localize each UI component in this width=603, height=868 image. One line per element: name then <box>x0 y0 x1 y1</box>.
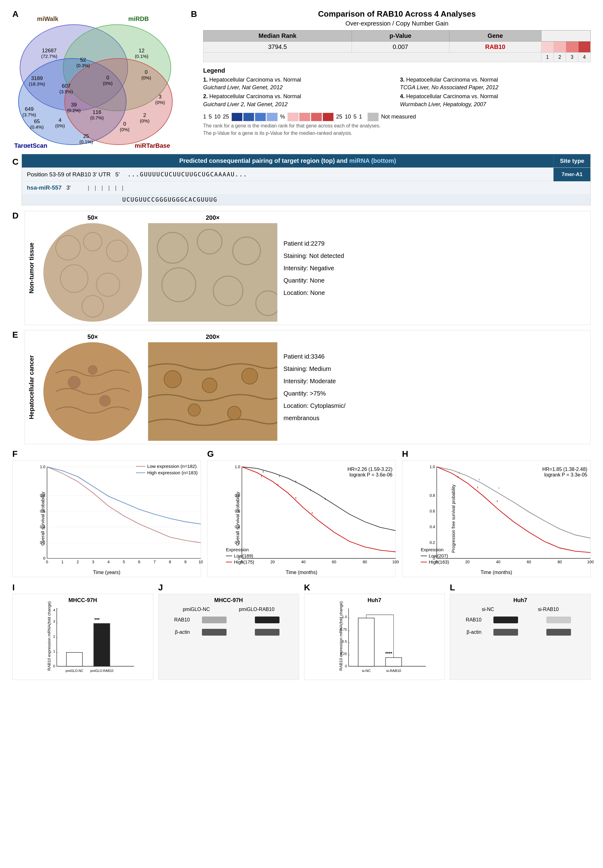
section-k-ylabel: RAB10 expression mRNA(fold change) <box>338 603 343 671</box>
legend-grid: 1. Hepatocellular Carcinoma vs. Normal G… <box>203 76 591 108</box>
cell-heatmap-label-2: 2 <box>554 53 566 62</box>
h-legend-high: High(163) <box>429 559 449 565</box>
section-l-lanes: si-NC si-RAB10 <box>460 607 581 612</box>
svg-text:(0.7%): (0.7%) <box>90 115 104 120</box>
scale-label-1: 1 <box>203 114 206 120</box>
scale-cell-b1 <box>232 113 243 121</box>
cell-heatmap-4 <box>578 42 591 53</box>
row2-vbars: | | | | | | <box>88 184 125 191</box>
svg-text:80: 80 <box>363 559 367 564</box>
section-h-graph: Progression free survival probability Ti… <box>402 460 591 577</box>
color-scale-row: 1 5 10 25 % <box>203 113 591 121</box>
svg-text:4: 4 <box>59 117 61 123</box>
section-i: I MHCC-97H RAB10 expression mRNA(fold ch… <box>12 583 153 680</box>
venn-diagram: 12687 (72.7%) 12 (0.1%) 3189 (18.3%) 52 … <box>12 12 179 148</box>
e-quantity: >75% <box>310 390 326 397</box>
bar-k-1 <box>358 618 374 666</box>
section-d-info: Patient id:2279 Staining: Not detected I… <box>283 237 344 299</box>
svg-rect-60 <box>43 342 142 441</box>
scale-pct: % <box>280 114 285 120</box>
svg-text:3: 3 <box>53 620 55 624</box>
row-fgh: F Overall survival probability Time (yea… <box>12 449 591 577</box>
svg-text:80: 80 <box>557 559 562 564</box>
section-c-header-text: Predicted consequential pairing of targe… <box>22 154 554 167</box>
col-header-median: Median Rank <box>204 31 352 42</box>
svg-text:0.4: 0.4 <box>430 525 435 529</box>
svg-text:(0%): (0%) <box>120 127 130 132</box>
section-d-mag2: 200× <box>206 214 220 221</box>
svg-text:0: 0 <box>46 559 48 564</box>
section-k-title: Huh7 <box>308 597 442 604</box>
svg-text:4: 4 <box>53 608 56 612</box>
svg-text:4: 4 <box>107 559 110 564</box>
section-f-legend: Low expression (n=182) High expression (… <box>136 463 198 475</box>
svg-text:3: 3 <box>159 94 161 100</box>
svg-text:60: 60 <box>332 559 336 564</box>
section-a: A 12687 (72.7%) 12 (0.1%) <box>12 9 185 148</box>
f-legend-line-low <box>136 466 145 466</box>
section-j-lane-0: pmiGLO-NC <box>183 607 210 612</box>
section-d: D Non-tumor tissue 50× <box>12 211 591 325</box>
svg-text:pmiGLO-NC: pmiGLO-NC <box>66 669 83 673</box>
section-g-graph: Overall survival probability Time (month… <box>207 460 396 577</box>
cell-heatmap-label-4: 4 <box>578 53 591 62</box>
svg-text:(0.2%): (0.2%) <box>67 108 80 113</box>
e-intensity-label: Intensity: <box>283 378 310 385</box>
h-legend-high-line <box>421 562 427 562</box>
section-k-graph: Huh7 RAB10 expression mRNA(fold change) … <box>304 594 445 680</box>
col-header-heatmap <box>541 31 591 42</box>
d-location: None <box>310 289 325 296</box>
d-location-label: Location: <box>283 289 310 296</box>
section-d-mag1: 50× <box>87 214 98 221</box>
section-j-title: MHCC-97H <box>214 597 243 604</box>
section-k-svg: 0 0.25 0.5 0.75 1.0 **** <box>314 605 448 676</box>
svg-text:0: 0 <box>145 69 147 75</box>
section-l-label: L <box>450 583 455 592</box>
g-legend-high-line <box>226 562 232 562</box>
svg-text:0: 0 <box>53 664 55 668</box>
section-k: K Huh7 RAB10 expression mRNA(fold change… <box>304 583 445 680</box>
section-j-band-2-m2 <box>255 629 280 636</box>
section-l-band-1-dark <box>493 616 518 623</box>
svg-text:(0%): (0%) <box>103 81 113 86</box>
svg-text:0.2: 0.2 <box>430 540 435 545</box>
section-e-mag2: 200× <box>206 334 220 340</box>
section-e-image2 <box>148 342 277 441</box>
section-d-image1-container: 50× <box>43 214 142 322</box>
col-header-gene: Gene <box>449 31 541 42</box>
svg-text:40: 40 <box>301 559 305 564</box>
svg-text:1: 1 <box>61 559 63 564</box>
section-h-legend: Expression Low(207) High(163) <box>421 547 449 565</box>
g-legend-low-line <box>226 556 232 556</box>
bar-i-1 <box>66 653 82 666</box>
svg-text:0.6: 0.6 <box>430 509 435 513</box>
svg-text:100: 100 <box>392 559 399 564</box>
cell-median: 3794.5 <box>204 42 352 53</box>
section-j-rab10-bands <box>192 616 289 623</box>
section-e-image1-container: 50× <box>43 334 142 441</box>
scale-note-1: The rank for a gene is the median rank f… <box>203 123 591 129</box>
svg-text:2: 2 <box>143 112 146 118</box>
cell-heatmap-label-1: 1 <box>541 53 554 62</box>
section-l-title: Huh7 <box>513 597 527 604</box>
legend-item-3: 3. Hepatocellular Carcinoma vs. Normal T… <box>400 76 591 91</box>
blue-scale <box>232 113 278 121</box>
not-measured-label: Not measured <box>381 114 416 120</box>
svg-text:2: 2 <box>53 635 55 638</box>
svg-text:3: 3 <box>92 559 94 564</box>
section-f-xlabel: Time (years) <box>93 570 121 575</box>
svg-text:(3.5%): (3.5%) <box>59 89 73 94</box>
d-staining: Not detected <box>309 252 344 259</box>
legend-item-4: 4. Hepatocellular Carcinoma vs. Normal W… <box>400 93 591 108</box>
section-d-tissue-label: Non-tumor tissue <box>28 242 37 293</box>
section-e-image2-container: 200× <box>148 334 277 441</box>
svg-text:(0%): (0%) <box>140 118 150 124</box>
section-e-info: Patient id:3346 Staining: Medium Intensi… <box>283 350 345 424</box>
svg-text:65: 65 <box>34 119 40 124</box>
scale-cell-b3 <box>255 113 266 121</box>
section-j-band-1-dark <box>255 616 280 623</box>
section-g-xlabel: Time (months) <box>286 570 317 575</box>
col-header-pvalue: p-Value <box>351 31 449 42</box>
svg-text:10: 10 <box>198 559 203 564</box>
svg-text:12687: 12687 <box>42 48 56 54</box>
